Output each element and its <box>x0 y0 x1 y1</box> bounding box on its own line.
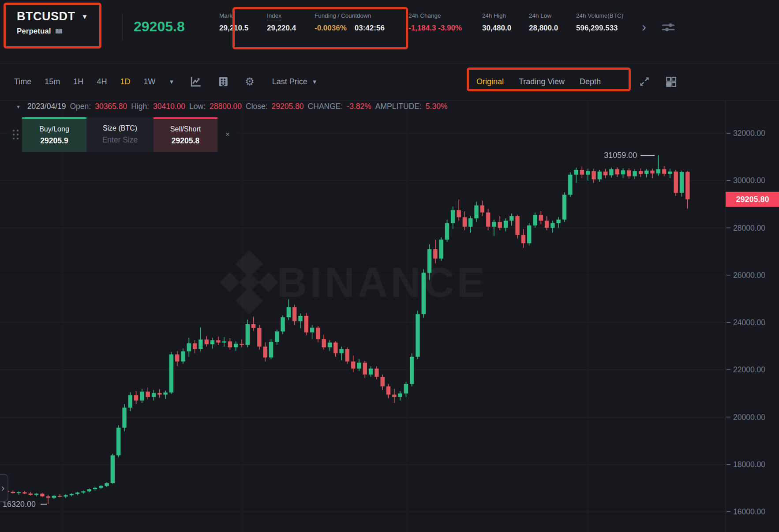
size-label: Size (BTC) <box>103 124 137 132</box>
size-input[interactable]: Size (BTC) Enter Size <box>86 117 154 152</box>
buy-long-button[interactable]: Buy/Long 29205.9 <box>22 117 86 152</box>
last-price-tag-label: 29205.80 <box>736 195 769 204</box>
tab-original[interactable]: Original <box>476 77 504 86</box>
stat-value: 29,210.5 <box>219 24 253 33</box>
chevron-down-icon: ▼ <box>82 13 88 20</box>
price-mode-label: Last Price <box>272 77 307 86</box>
funding-rate: -0.0036% <box>315 24 347 32</box>
low-label: Low: <box>189 102 206 111</box>
expand-chevron-icon: › <box>1 483 4 494</box>
funding-countdown: 03:42:56 <box>355 24 385 32</box>
open-value: 30365.80 <box>95 102 127 111</box>
contract-type-label: Perpetual <box>17 27 51 36</box>
change-value: -3.82% <box>347 102 371 111</box>
chart-settings-gear-icon[interactable]: ⚙ <box>245 76 255 87</box>
high-annotation-label: 31059.00 <box>604 151 637 160</box>
axis-label: 20000.00 <box>733 413 765 422</box>
price-mode-select[interactable]: Last Price ▼ <box>272 77 318 86</box>
axis-label: 16000.00 <box>733 507 765 516</box>
axis-label: 24000.00 <box>733 318 765 327</box>
chart-toolbar: Time 15m 1H 4H 1D 1W ▼ ⚙ Last Price <box>0 63 779 100</box>
fullscreen-expand-icon[interactable] <box>639 76 650 87</box>
open-label: Open: <box>70 102 91 111</box>
header-divider <box>122 13 123 41</box>
stat-label: Index <box>267 12 300 19</box>
chevron-down-icon: ▼ <box>312 79 318 85</box>
high-value: 30410.00 <box>153 102 185 111</box>
book-icon[interactable] <box>55 28 63 35</box>
axis-label: 30000.00 <box>733 176 765 185</box>
stat-24h-volume: 24h Volume(BTC) 596,299.533 <box>576 12 638 33</box>
stat-value: -1,184.3 -3.90% <box>408 24 468 33</box>
tab-trading-view[interactable]: Trading View <box>519 77 565 86</box>
interval-1d[interactable]: 1D <box>120 77 130 86</box>
interval-1w[interactable]: 1W <box>143 77 155 86</box>
close-label: Close: <box>246 102 268 111</box>
axis-label: 22000.00 <box>733 365 765 374</box>
ohlc-info-row: ▼ 2023/04/19 Open: 30365.80 High: 30410.… <box>16 102 447 111</box>
high-label: High: <box>131 102 149 111</box>
close-value: 29205.80 <box>272 102 304 111</box>
low-value: 28800.00 <box>210 102 242 111</box>
tab-depth[interactable]: Depth <box>580 77 601 86</box>
interval-time[interactable]: Time <box>14 77 31 86</box>
stat-label: 24h High <box>482 12 515 19</box>
stat-label: 24h Change <box>408 12 468 19</box>
stat-value: -0.0036%03:42:56 <box>315 24 394 33</box>
stat-label: 24h Volume(BTC) <box>576 12 638 19</box>
chart-view-tabs: Original Trading View Depth <box>476 63 601 100</box>
last-price: 29205.8 <box>134 19 185 35</box>
binance-futures-screen: BTCUSDT ▼ Perpetual 29205.8 Mark 29,210.… <box>0 0 779 532</box>
size-placeholder: Enter Size <box>102 135 138 145</box>
stat-label: 24h Low <box>529 12 562 19</box>
drag-handle[interactable] <box>9 117 22 152</box>
kline-chart-icon[interactable] <box>190 76 202 87</box>
symbol-selector[interactable]: BTCUSDT ▼ Perpetual <box>17 10 88 36</box>
stat-value: 28,800.0 <box>529 24 562 33</box>
sell-short-label: Sell/Short <box>170 125 201 133</box>
stat-value: 30,480.0 <box>482 24 515 33</box>
symbol-name: BTCUSDT <box>17 10 75 23</box>
candles <box>5 155 689 504</box>
stat-mark-price[interactable]: Mark 29,210.5 <box>219 12 253 33</box>
ohlc-date: 2023/04/19 <box>27 102 66 111</box>
interval-1h[interactable]: 1H <box>73 77 83 86</box>
change-label: CHANGE: <box>308 102 343 111</box>
axis-label: 18000.00 <box>733 460 765 469</box>
interval-4h[interactable]: 4H <box>97 77 107 86</box>
axis-label: 32000.00 <box>733 129 765 138</box>
svg-text:BINANCE: BINANCE <box>277 259 487 306</box>
stat-24h-change: 24h Change -1,184.3 -3.90% <box>408 12 468 33</box>
interval-more-chevron-icon[interactable]: ▼ <box>169 79 174 85</box>
stat-24h-high: 24h High 30,480.0 <box>482 12 515 33</box>
amplitude-label: AMPLITUDE: <box>375 102 422 111</box>
axis-label: 26000.00 <box>733 271 765 280</box>
binance-watermark: BINANCE <box>220 250 487 315</box>
sell-short-button[interactable]: Sell/Short 29205.8 <box>154 117 217 152</box>
sell-short-price: 29205.8 <box>172 136 199 146</box>
header: BTCUSDT ▼ Perpetual 29205.8 Mark 29,210.… <box>0 0 779 63</box>
low-annotation-label: 16320.00 <box>3 500 36 509</box>
quick-trade-panel: Buy/Long 29205.9 Size (BTC) Enter Size S… <box>9 117 237 152</box>
stat-label: Mark <box>219 12 253 19</box>
stat-funding-countdown[interactable]: Funding / Countdown -0.0036%03:42:56 <box>315 12 394 33</box>
buy-long-price: 29205.9 <box>40 136 68 146</box>
stats-overflow-chevron-icon[interactable]: › <box>642 19 646 34</box>
interval-15m[interactable]: 15m <box>45 77 60 86</box>
collapse-chevron-icon[interactable]: ▼ <box>16 104 21 109</box>
stat-label: Funding / Countdown <box>315 12 394 19</box>
buy-long-label: Buy/Long <box>39 125 69 133</box>
market-stats: Mark 29,210.5 Index 29,220.4 Funding / C… <box>219 12 638 33</box>
sliders-icon[interactable] <box>662 21 675 34</box>
stat-value: 29,220.4 <box>267 24 300 33</box>
left-panel-expander[interactable]: › <box>0 474 8 502</box>
stat-24h-low: 24h Low 28,800.0 <box>529 12 562 33</box>
amplitude-value: 5.30% <box>426 102 448 111</box>
close-icon[interactable]: × <box>217 117 237 152</box>
layout-grid-icon[interactable] <box>665 76 677 87</box>
axis-label: 28000.00 <box>733 224 765 232</box>
candlestick-chart[interactable]: 32000.0030000.0028000.0026000.0024000.00… <box>0 100 779 532</box>
stat-value: 596,299.533 <box>576 24 638 33</box>
indicators-icon[interactable] <box>217 76 229 87</box>
stat-index-price[interactable]: Index 29,220.4 <box>267 12 300 33</box>
